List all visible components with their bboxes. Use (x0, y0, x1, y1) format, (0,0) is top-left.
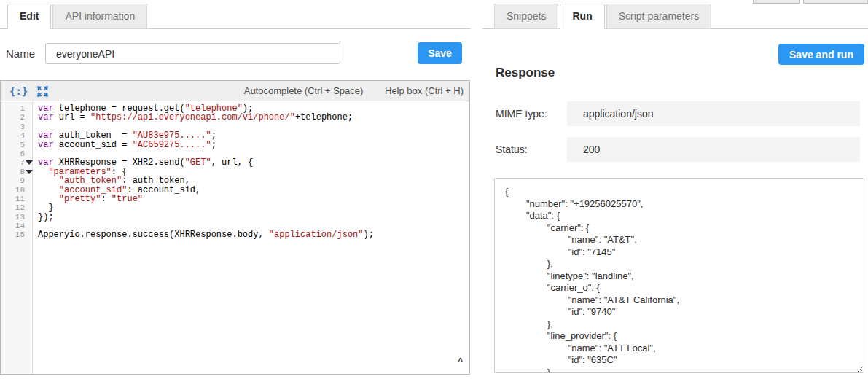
tab-run[interactable]: Run (560, 4, 604, 29)
editor-body: 123456789101112131415 var telephone = re… (1, 101, 469, 374)
mime-type-label: MIME type: (496, 108, 547, 120)
code-fold-marker[interactable] (26, 160, 33, 165)
response-heading: Response (496, 66, 555, 80)
helpbox-hint: Help box (Ctrl + H) (385, 85, 464, 96)
status-value: 200 (567, 137, 860, 162)
scroll-up-caret[interactable]: ^ (458, 356, 463, 365)
code-line[interactable]: Apperyio.response.success(XHRResponse.bo… (38, 230, 469, 239)
line-number: 3 (1, 122, 32, 131)
save-button[interactable]: Save (418, 42, 462, 64)
line-number: 11 (1, 195, 32, 203)
line-number: 15 (1, 230, 32, 239)
beautify-code-icon[interactable]: {:} (9, 85, 28, 98)
name-label: Name (6, 47, 35, 60)
line-number: 6 (1, 149, 32, 158)
line-number: 5 (1, 141, 32, 149)
right-tabbar: Snippets Run Script parameters (494, 4, 713, 28)
line-number: 14 (1, 222, 32, 230)
script-edit-panel: Edit API information Name Save {:} Autoc… (0, 0, 471, 379)
line-number: 4 (1, 131, 32, 140)
autocomplete-hint: Autocomplete (Ctrl + Space) (244, 85, 364, 96)
line-number: 13 (1, 213, 32, 222)
save-and-run-button[interactable]: Save and run (778, 44, 864, 65)
tab-snippets[interactable]: Snippets (494, 4, 558, 29)
expand-fullscreen-icon[interactable] (37, 86, 48, 97)
editor-gutter: 123456789101112131415 (1, 101, 33, 374)
code-line[interactable]: }); (38, 213, 469, 222)
response-body-textarea[interactable]: { "number": "+19256025570", "data": { "c… (494, 178, 864, 373)
code-line[interactable]: "pretty": "true" (38, 195, 469, 203)
editor-toolbar-hints: Autocomplete (Ctrl + Space) Help box (Ct… (225, 81, 464, 101)
code-line[interactable]: } (38, 203, 469, 212)
code-editor: {:} Autocomplete (Ctrl + Space) Help box… (0, 80, 470, 375)
tab-edit[interactable]: Edit (7, 4, 51, 29)
editor-toolbar: {:} Autocomplete (Ctrl + Space) Help box… (1, 81, 469, 101)
top-edge-partial-tab (753, 0, 800, 4)
name-input[interactable] (45, 43, 340, 64)
tab-script-parameters[interactable]: Script parameters (606, 4, 711, 29)
code-line[interactable]: var url = "https://api.everyoneapi.com/v… (38, 113, 469, 122)
status-label: Status: (496, 144, 528, 155)
editor-code[interactable]: var telephone = request.get("telephone")… (34, 101, 469, 374)
left-tabbar: Edit API information (7, 4, 149, 28)
line-number: 9 (1, 176, 32, 185)
tab-api-information[interactable]: API information (52, 4, 147, 29)
run-panel: Snippets Run Script parameters Save and … (482, 0, 868, 379)
line-number: 12 (1, 203, 32, 212)
line-number: 1 (1, 104, 32, 113)
expand-arrows-glyph (37, 86, 48, 97)
line-number: 2 (1, 113, 32, 122)
code-fold-marker[interactable] (26, 170, 33, 174)
line-number: 10 (1, 186, 32, 195)
mime-type-value: application/json (567, 101, 860, 126)
top-edge-partial-tab (803, 0, 868, 4)
code-line[interactable]: var account_sid = "AC659275....."; (38, 141, 469, 149)
